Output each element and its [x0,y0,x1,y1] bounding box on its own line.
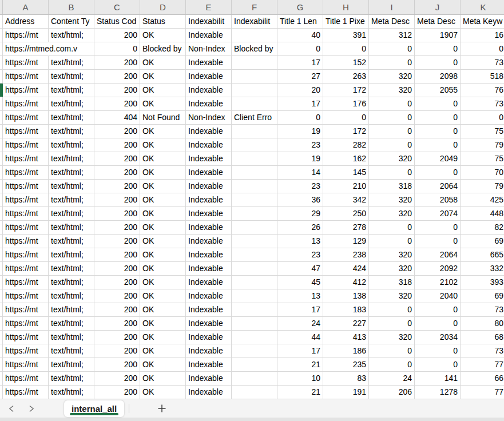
cell[interactable]: OK [140,331,186,344]
cell[interactable]: 200 [94,289,140,303]
cell[interactable]: https://mt [3,166,49,180]
cell[interactable]: https://mt [3,344,49,358]
cell[interactable]: 200 [94,317,140,331]
cell[interactable]: https://mt [3,221,49,235]
cell[interactable]: 235 [323,358,369,372]
cell[interactable]: 0 [369,358,415,372]
cell[interactable]: Indexable [186,289,232,303]
cell[interactable]: Blocked by [232,42,277,56]
cell[interactable]: 200 [94,125,140,138]
cell[interactable]: OK [140,262,186,276]
column-header-C[interactable]: C [94,0,140,14]
cell[interactable]: 238 [323,248,369,262]
header-cell[interactable]: Meta Desc [369,15,415,29]
cell[interactable]: 200 [94,180,140,193]
cell[interactable]: text/html; [49,166,94,180]
cell[interactable]: https://mt [3,29,49,42]
cell[interactable]: 186 [323,344,369,358]
cell[interactable]: 200 [94,372,140,386]
cell[interactable]: 404 [94,111,140,125]
cell[interactable] [232,235,277,248]
cell[interactable]: Indexable [186,207,232,221]
cell[interactable]: OK [140,193,186,207]
add-sheet-button[interactable] [152,399,172,418]
cell[interactable]: 19 [277,125,323,138]
header-cell[interactable]: Address [3,15,49,29]
cell[interactable]: 17 [277,56,323,70]
cell[interactable]: https://mt [3,248,49,262]
cell[interactable]: Indexable [186,358,232,372]
cell[interactable]: Not Found [140,111,186,125]
cell[interactable] [232,138,277,152]
header-cell[interactable]: Status [140,15,186,29]
cell[interactable]: https://mt [3,303,49,317]
cell[interactable]: 200 [94,358,140,372]
cell[interactable]: 21 [277,386,323,399]
cell[interactable]: text/html; [49,289,94,303]
cell[interactable]: text/html; [49,138,94,152]
column-header-A[interactable]: A [3,0,49,14]
cell[interactable]: 0 [369,56,415,70]
cell[interactable]: OK [140,138,186,152]
cell[interactable]: OK [140,152,186,166]
cell[interactable] [232,289,277,303]
header-cell[interactable]: Indexabilit [232,15,277,29]
cell[interactable]: Indexable [186,125,232,138]
cell[interactable]: 200 [94,84,140,97]
cell[interactable]: text/html; [49,303,94,317]
cell[interactable]: 2102 [415,276,461,289]
cell[interactable]: 73 [461,303,504,317]
cell[interactable] [232,29,277,42]
cell[interactable]: 0 [415,235,461,248]
cell[interactable]: 332 [461,262,504,276]
cell[interactable] [232,56,277,70]
cell[interactable]: text/html; [49,235,94,248]
cell[interactable]: 320 [369,248,415,262]
column-header-G[interactable]: G [277,0,323,14]
cell[interactable]: https://mt [3,70,49,84]
column-header-I[interactable]: I [369,0,415,14]
cell[interactable]: https://mt [3,207,49,221]
cell[interactable]: OK [140,84,186,97]
cell[interactable]: 0 [369,221,415,235]
column-header-B[interactable]: B [49,0,94,14]
cell[interactable]: text/html; [49,372,94,386]
cell[interactable]: Indexable [186,221,232,235]
cell[interactable]: 27 [277,70,323,84]
cell[interactable] [232,97,277,111]
sheet-tab-internal-all[interactable]: internal_all [64,400,124,417]
cell[interactable]: 10 [277,372,323,386]
cell[interactable]: https://mt [3,372,49,386]
cell[interactable] [232,221,277,235]
cell[interactable]: 0 [415,56,461,70]
cell[interactable]: 172 [323,84,369,97]
cell[interactable]: Indexable [186,29,232,42]
cell[interactable] [232,84,277,97]
cell[interactable]: 200 [94,166,140,180]
cell[interactable]: 13 [277,289,323,303]
cell[interactable]: 17 [277,303,323,317]
cell[interactable]: text/html; [49,29,94,42]
cell[interactable]: 200 [94,221,140,235]
cell[interactable]: 200 [94,97,140,111]
cell[interactable]: 413 [323,331,369,344]
cell[interactable]: OK [140,70,186,84]
cell[interactable]: 172 [323,125,369,138]
cell[interactable]: 26 [277,221,323,235]
cell[interactable]: 200 [94,344,140,358]
cell[interactable]: https://mt [3,289,49,303]
cell[interactable]: 448 [461,207,504,221]
cell[interactable]: 23 [277,180,323,193]
cell[interactable]: 0 [369,111,415,125]
cell[interactable]: text/html; [49,97,94,111]
cell[interactable]: 0 [415,358,461,372]
cell[interactable]: 0 [94,42,140,56]
column-header-J[interactable]: J [415,0,461,14]
cell[interactable]: 69 [461,235,504,248]
cell[interactable]: OK [140,289,186,303]
cell[interactable]: 68 [461,331,504,344]
cell[interactable]: Blocked by [140,42,186,56]
cell[interactable]: text/html; [49,386,94,399]
cell[interactable]: OK [140,358,186,372]
cell[interactable] [232,386,277,399]
